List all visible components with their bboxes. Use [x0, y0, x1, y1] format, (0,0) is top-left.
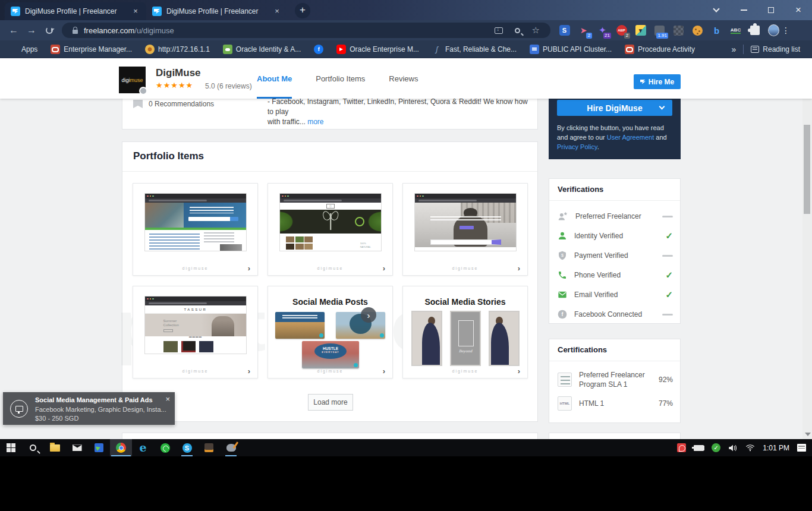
bookmark-oracle-identity[interactable]: Oracle Identity & A... [223, 45, 301, 54]
email-icon [558, 290, 567, 299]
wifi-icon[interactable] [745, 444, 755, 452]
extension-arrow-icon[interactable]: ➤2 [578, 25, 589, 36]
extension-flower-icon[interactable]: ✦21 [597, 25, 608, 36]
tab-about-me[interactable]: About Me [257, 58, 292, 99]
carousel-next-button[interactable]: › [361, 307, 376, 323]
status-dash [662, 255, 673, 257]
certification-row-sla: Preferred Freelancer Program SLA 1 92% [558, 370, 673, 389]
reload-icon[interactable] [46, 27, 53, 34]
user-agreement-link[interactable]: User Agreement [607, 134, 654, 141]
tab-portfolio-items[interactable]: Portfolio Items [316, 58, 365, 99]
antivirus-icon[interactable]: ✓ [712, 443, 720, 452]
forward-icon[interactable]: → [23, 25, 40, 36]
tab-reviews[interactable]: Reviews [389, 58, 418, 99]
hire-digimuse-button[interactable]: Hire DigiMuse [557, 100, 672, 116]
action-center-icon[interactable] [797, 444, 806, 452]
extension-b-icon[interactable]: b [711, 25, 722, 36]
chevron-right-icon[interactable]: › [383, 264, 385, 273]
portfolio-item-social-posts[interactable]: Social Media Posts HUSTLEEVERYDAY digimu… [267, 286, 393, 378]
more-link[interactable]: more [307, 118, 323, 126]
mail-icon[interactable] [66, 439, 88, 456]
scrollbar-thumb[interactable] [804, 125, 810, 214]
reading-list-button[interactable]: Reading list [751, 45, 800, 53]
browser-menu-icon[interactable]: ⋮ [782, 26, 790, 35]
tab-search-icon[interactable] [703, 0, 730, 20]
status-check-icon: ✓ [665, 289, 673, 300]
extension-save-icon[interactable]: ▼ [635, 25, 646, 36]
browser-tab-1[interactable]: DigiMuse Profile | Freelancer × [5, 2, 146, 20]
new-tab-button[interactable]: + [295, 3, 310, 18]
bookmark-oracle-enterprise[interactable]: Oracle Enterprise M... [336, 45, 419, 54]
chevron-right-icon[interactable]: › [518, 264, 520, 273]
extension-adblock-icon[interactable]: ABP2 [616, 25, 627, 36]
apps-shortcut[interactable]: Apps [8, 45, 37, 54]
toast-close-icon[interactable]: × [165, 395, 170, 403]
scroll-down-icon[interactable] [805, 433, 811, 436]
lock-icon[interactable] [73, 30, 78, 34]
chevron-right-icon[interactable]: › [383, 367, 385, 376]
edge-icon[interactable]: e [132, 439, 154, 456]
editor-app-icon[interactable] [198, 439, 220, 456]
chrome-icon[interactable] [110, 439, 132, 456]
browser-tab-2[interactable]: DigiMuse Profile | Freelancer × [146, 2, 288, 20]
portfolio-item-social-stories[interactable]: Social Media Stories Beyond digimuse › [402, 286, 528, 378]
hire-me-button[interactable]: Hire Me [634, 74, 681, 89]
tab-close-icon[interactable]: × [131, 7, 140, 16]
bookmark-router[interactable]: http://172.16.1.1 [145, 45, 210, 54]
tab-title: DigiMuse Profile | Freelancer [166, 7, 272, 15]
shareit-icon[interactable] [88, 439, 110, 456]
bookmark-enterprise-manager[interactable]: Enterprise Manager... [51, 45, 132, 54]
extension-price-icon[interactable]: 1.91 [654, 25, 665, 36]
start-button[interactable] [0, 439, 22, 456]
bookmark-fast-reliable[interactable]: ʃFast, Reliable & Che... [432, 45, 517, 54]
zoom-icon[interactable] [515, 28, 520, 33]
extensions-puzzle-icon[interactable] [749, 25, 760, 36]
install-app-icon[interactable] [495, 27, 503, 34]
file-explorer-icon[interactable] [44, 439, 66, 456]
oracle-icon [51, 45, 60, 54]
chevron-right-icon[interactable]: › [518, 367, 520, 376]
page-scrollbar[interactable] [802, 58, 812, 439]
extension-spellcheck-icon[interactable]: ABC [730, 25, 741, 36]
extension-s-icon[interactable]: S [559, 25, 570, 36]
bookmark-facebook[interactable]: f [314, 45, 323, 54]
paint-app-icon[interactable] [220, 439, 242, 456]
story-image [411, 311, 442, 366]
chevron-right-icon[interactable]: › [248, 367, 250, 376]
chevron-right-icon[interactable]: › [248, 264, 250, 273]
bio-text: - Facebook, Instagram, Twitter, LinkedIn… [267, 97, 532, 127]
load-more-button[interactable]: Load more [308, 394, 353, 411]
extension-cookie-icon[interactable] [692, 25, 703, 36]
extension-badge: 1.91 [656, 33, 668, 39]
volume-icon[interactable] [728, 444, 738, 452]
skype-icon[interactable]: S [176, 439, 198, 456]
close-button[interactable]: × [785, 0, 812, 20]
taskbar-search-icon[interactable] [22, 439, 44, 456]
extension-badge: 21 [603, 33, 611, 39]
portfolio-item-agency[interactable]: digimuse › [402, 183, 528, 276]
privacy-policy-link[interactable]: Privacy Policy [557, 143, 597, 150]
verification-row-phone: Phone Verified ✓ [558, 269, 673, 282]
back-icon[interactable]: ← [5, 25, 23, 36]
portfolio-item-tassur[interactable]: TASSUR SummerCollection ▬▬▬▬ digimuse › [133, 286, 258, 378]
minimize-button[interactable] [730, 0, 757, 20]
portfolio-item-organic[interactable]: ◻ 100%NATURAL digimuse › [267, 183, 393, 276]
address-bar[interactable]: freelancer.com/u/digimuse ☆ [62, 23, 550, 38]
bookmarks-overflow-icon[interactable]: » [732, 45, 737, 54]
maximize-button[interactable] [757, 0, 785, 20]
windows-taskbar: e S ✓ 1:01 PM [0, 439, 812, 456]
tab-close-icon[interactable]: × [272, 7, 282, 16]
profile-avatar[interactable]: digimuse [119, 67, 146, 93]
svg-text:$: $ [561, 253, 564, 258]
bookmark-public-api[interactable]: PUBLIC API Cluster... [530, 45, 612, 54]
clock[interactable]: 1:01 PM [763, 444, 789, 452]
project-notification-toast[interactable]: Social Media Management & Paid Ads Faceb… [3, 392, 175, 425]
bookmark-procedure-activity[interactable]: Procedure Activity [625, 45, 695, 54]
bookmark-star-icon[interactable]: ☆ [532, 25, 540, 36]
portfolio-item-realestate[interactable]: digimuse › [133, 183, 258, 276]
whatsapp-icon[interactable] [154, 439, 176, 456]
tray-app-icon[interactable] [677, 443, 686, 452]
extension-disabled-icon[interactable] [673, 25, 684, 36]
profile-avatar[interactable] [768, 25, 779, 36]
battery-icon[interactable] [694, 445, 704, 451]
